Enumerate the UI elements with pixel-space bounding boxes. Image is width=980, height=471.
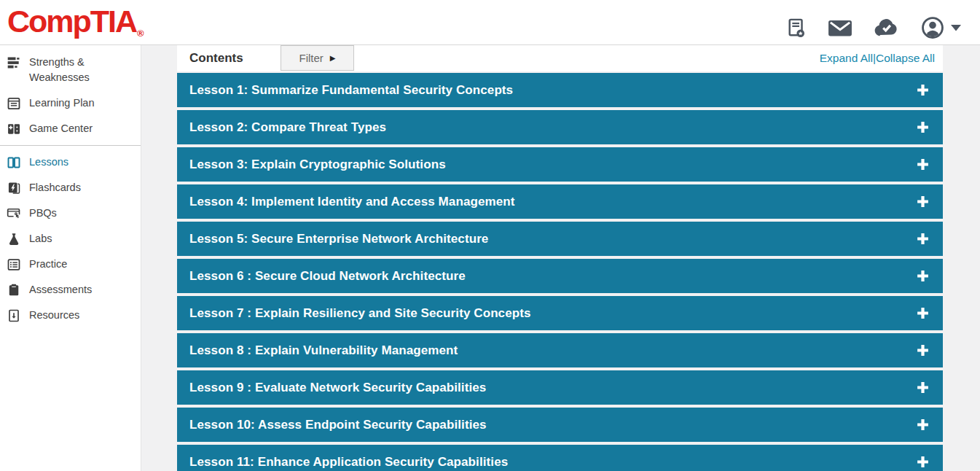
collapse-all-link[interactable]: Collapse All [876, 52, 935, 64]
transcript-button[interactable] [785, 17, 807, 39]
page-title: Contents [189, 45, 243, 71]
lesson-title: Lesson 11: Enhance Application Security … [189, 455, 916, 470]
notebook-icon [7, 96, 21, 111]
plus-icon[interactable] [916, 306, 930, 320]
sidebar: Strengths & Weaknesses Learning Plan Gam… [0, 45, 141, 471]
download-doc-icon [7, 308, 21, 323]
lesson-title: Lesson 3: Explain Cryptographic Solution… [189, 157, 916, 172]
lesson-title: Lesson 1: Summarize Fundamental Security… [189, 83, 916, 98]
plus-icon[interactable] [916, 120, 930, 134]
sidebar-item-label: PBQs [29, 206, 57, 221]
registered-mark: ® [137, 28, 144, 39]
lesson-title: Lesson 2: Compare Threat Types [189, 120, 916, 135]
lesson-accordion-row[interactable]: Lesson 4: Implement Identity and Access … [177, 184, 943, 219]
cloud-sync-button[interactable] [873, 17, 901, 39]
sidebar-item-label: Strengths & Weaknesses [29, 55, 124, 85]
open-book-icon [7, 155, 21, 170]
clipboard-icon [7, 283, 21, 297]
sidebar-item-label: Resources [29, 308, 79, 323]
header-icon-group [785, 15, 961, 40]
lesson-accordion-row[interactable]: Lesson 5: Secure Enterprise Network Arch… [177, 222, 943, 256]
pbq-card-icon [7, 206, 21, 221]
expand-all-link[interactable]: Expand All [820, 52, 873, 64]
plus-icon[interactable] [916, 418, 930, 432]
sidebar-item-learning-plan[interactable]: Learning Plan [0, 90, 141, 116]
sidebar-item-label: Game Center [29, 121, 93, 136]
sidebar-item-label: Practice [29, 257, 67, 272]
sidebar-item-strengths-weaknesses[interactable]: Strengths & Weaknesses [0, 50, 141, 90]
plus-icon[interactable] [916, 157, 930, 171]
filter-button[interactable]: Filter ▶ [281, 45, 354, 71]
plus-icon[interactable] [916, 269, 930, 283]
plus-icon[interactable] [916, 83, 930, 97]
chevron-down-icon [951, 25, 961, 31]
lesson-accordion-row[interactable]: Lesson 6 : Secure Cloud Network Architec… [177, 259, 943, 293]
lesson-accordion-row[interactable]: Lesson 3: Explain Cryptographic Solution… [177, 147, 943, 182]
lesson-accordion-row[interactable]: Lesson 9 : Evaluate Network Security Cap… [177, 370, 943, 405]
lesson-accordion-list: Lesson 1: Summarize Fundamental Security… [177, 73, 943, 471]
lesson-title: Lesson 4: Implement Identity and Access … [189, 195, 916, 209]
mail-icon [827, 17, 853, 39]
filter-button-label: Filter [299, 52, 323, 64]
arrow-right-icon: ▶ [330, 54, 336, 62]
main-content: Contents Filter ▶ Expand All|Collapse Al… [177, 45, 943, 471]
sidebar-item-resources[interactable]: Resources [0, 303, 141, 328]
plus-icon[interactable] [916, 195, 930, 209]
lesson-title: Lesson 7 : Explain Resiliency and Site S… [189, 306, 916, 321]
bar-chart-icon [7, 55, 21, 70]
cloud-check-icon [873, 17, 901, 39]
lesson-accordion-row[interactable]: Lesson 7 : Explain Resiliency and Site S… [177, 296, 943, 330]
sidebar-item-flashcards[interactable]: Flashcards [0, 175, 141, 201]
transcript-icon [785, 17, 807, 39]
lesson-accordion-row[interactable]: Lesson 2: Compare Threat Types [177, 110, 943, 144]
sidebar-item-label: Learning Plan [29, 96, 95, 111]
flask-icon [7, 232, 21, 246]
sidebar-item-game-center[interactable]: Game Center [0, 116, 141, 141]
lesson-title: Lesson 8 : Explain Vulnerability Managem… [189, 343, 916, 358]
sidebar-item-label: Labs [29, 231, 52, 246]
lesson-accordion-row[interactable]: Lesson 8 : Explain Vulnerability Managem… [177, 333, 943, 367]
lesson-accordion-row[interactable]: Lesson 11: Enhance Application Security … [177, 445, 943, 471]
sidebar-item-pbqs[interactable]: PBQs [0, 201, 141, 226]
expand-collapse-links: Expand All|Collapse All [820, 45, 935, 71]
plus-icon[interactable] [916, 343, 930, 357]
list-icon [7, 257, 21, 272]
top-header: CompTIA® [0, 0, 980, 45]
sidebar-divider [0, 145, 141, 146]
game-tiles-icon [7, 122, 21, 136]
account-button[interactable] [920, 15, 961, 40]
sidebar-item-practice[interactable]: Practice [0, 252, 141, 277]
lesson-title: Lesson 9 : Evaluate Network Security Cap… [189, 381, 916, 395]
sidebar-item-label: Lessons [29, 155, 68, 170]
mail-button[interactable] [827, 17, 853, 39]
logo-text: CompTIA [7, 4, 136, 39]
lesson-title: Lesson 5: Secure Enterprise Network Arch… [189, 232, 916, 246]
sidebar-item-label: Flashcards [29, 180, 81, 195]
comptia-logo[interactable]: CompTIA® [7, 1, 144, 54]
sidebar-item-lessons[interactable]: Lessons [0, 149, 141, 175]
flashcard-bolt-icon [7, 181, 21, 195]
lesson-accordion-row[interactable]: Lesson 10: Assess Endpoint Security Capa… [177, 408, 943, 442]
lesson-title: Lesson 10: Assess Endpoint Security Capa… [189, 418, 916, 432]
sidebar-item-labs[interactable]: Labs [0, 226, 141, 252]
sidebar-item-assessments[interactable]: Assessments [0, 277, 141, 303]
lesson-title: Lesson 6 : Secure Cloud Network Architec… [189, 269, 916, 284]
account-icon [920, 15, 945, 40]
plus-icon[interactable] [916, 381, 930, 394]
plus-icon[interactable] [916, 455, 930, 469]
sidebar-item-label: Assessments [29, 282, 92, 297]
lesson-accordion-row[interactable]: Lesson 1: Summarize Fundamental Security… [177, 73, 943, 107]
plus-icon[interactable] [916, 232, 930, 246]
content-header: Contents Filter ▶ Expand All|Collapse Al… [177, 45, 943, 71]
